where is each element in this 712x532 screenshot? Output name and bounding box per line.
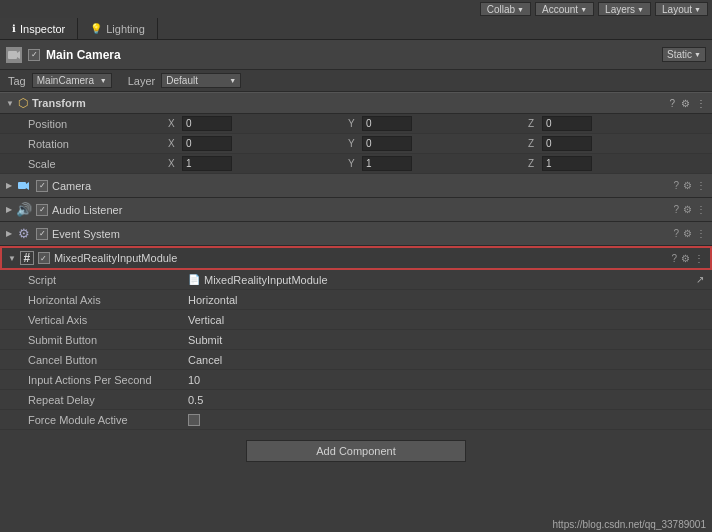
tag-dropdown[interactable]: MainCamera ▼	[32, 73, 112, 88]
add-component-button[interactable]: Add Component	[246, 440, 466, 462]
layout-chevron-icon: ▼	[694, 6, 701, 13]
audio-menu-icon[interactable]: ⋮	[696, 204, 706, 215]
layer-label: Layer	[128, 75, 156, 87]
position-label: Position	[28, 118, 168, 130]
layout-button[interactable]: Layout ▼	[655, 2, 708, 16]
camera-checkbox[interactable]	[36, 180, 48, 192]
add-component-section: Add Component	[0, 430, 712, 472]
tab-bar: ℹ Inspector 💡 Lighting	[0, 18, 712, 40]
rotation-x-input[interactable]	[182, 136, 232, 151]
mixed-reality-row: ▼ # MixedRealityInputModule ? ⚙ ⋮	[0, 246, 712, 270]
layers-chevron-icon: ▼	[637, 6, 644, 13]
event-checkbox[interactable]	[36, 228, 48, 240]
mixed-reality-help-icon[interactable]: ?	[671, 253, 677, 264]
camera-menu-icon[interactable]: ⋮	[696, 180, 706, 191]
tab-lighting[interactable]: 💡 Lighting	[78, 18, 158, 39]
mixed-reality-settings-icon[interactable]: ⚙	[681, 253, 690, 264]
svg-rect-0	[8, 51, 17, 59]
event-menu-icon[interactable]: ⋮	[696, 228, 706, 239]
scale-y-input[interactable]	[362, 156, 412, 171]
tag-layer-row: Tag MainCamera ▼ Layer Default ▼	[0, 70, 712, 92]
mixed-reality-checkbox[interactable]	[38, 252, 50, 264]
audio-comp-icon: 🔊	[16, 202, 32, 218]
mixed-reality-arrow-icon[interactable]: ▼	[8, 254, 16, 263]
scale-x-label: X	[168, 158, 180, 169]
position-z-label: Z	[528, 118, 540, 129]
scale-x-input[interactable]	[182, 156, 232, 171]
script-label: Script	[28, 274, 188, 286]
top-bar: Collab ▼ Account ▼ Layers ▼ Layout ▼	[0, 0, 712, 18]
submit-button-value: Submit	[188, 334, 222, 346]
horizontal-axis-label: Horizontal Axis	[28, 294, 188, 306]
input-actions-row: Input Actions Per Second 10	[0, 370, 712, 390]
event-system-row: ▶ ⚙ Event System ? ⚙ ⋮	[0, 222, 712, 246]
position-x-label: X	[168, 118, 180, 129]
object-enable-checkbox[interactable]	[28, 49, 40, 61]
cancel-button-label: Cancel Button	[28, 354, 188, 366]
layers-button[interactable]: Layers ▼	[598, 2, 651, 16]
rotation-z-input[interactable]	[542, 136, 592, 151]
position-z-input[interactable]	[542, 116, 592, 131]
object-header: Main Camera Static ▼	[0, 40, 712, 70]
svg-marker-1	[17, 51, 20, 59]
scale-z-input[interactable]	[542, 156, 592, 171]
position-x-input[interactable]	[182, 116, 232, 131]
collab-button[interactable]: Collab ▼	[480, 2, 531, 16]
audio-comp-name: Audio Listener	[52, 204, 669, 216]
camera-arrow-icon[interactable]: ▶	[6, 181, 12, 190]
camera-settings-icon[interactable]: ⚙	[683, 180, 692, 191]
transform-help-icon[interactable]: ?	[669, 98, 675, 109]
transform-section-header: ▼ ⬡ Transform ? ⚙ ⋮	[0, 92, 712, 114]
svg-rect-2	[18, 182, 26, 189]
static-chevron-icon: ▼	[694, 51, 701, 58]
force-module-row: Force Module Active	[0, 410, 712, 430]
lighting-icon: 💡	[90, 23, 102, 34]
collab-chevron-icon: ▼	[517, 6, 524, 13]
repeat-delay-value: 0.5	[188, 394, 203, 406]
cancel-button-row: Cancel Button Cancel	[0, 350, 712, 370]
rotation-x-label: X	[168, 138, 180, 149]
script-row: Script 📄 MixedRealityInputModule ↗	[0, 270, 712, 290]
event-settings-icon[interactable]: ⚙	[683, 228, 692, 239]
layer-dropdown[interactable]: Default ▼	[161, 73, 241, 88]
event-help-icon[interactable]: ?	[673, 228, 679, 239]
rotation-y-label: Y	[348, 138, 360, 149]
position-y-label: Y	[348, 118, 360, 129]
static-badge[interactable]: Static ▼	[662, 47, 706, 62]
transform-menu-icon[interactable]: ⋮	[696, 98, 706, 109]
mixed-reality-menu-icon[interactable]: ⋮	[694, 253, 704, 264]
inspector-panel: Main Camera Static ▼ Tag MainCamera ▼ La…	[0, 40, 712, 532]
camera-help-icon[interactable]: ?	[673, 180, 679, 191]
event-arrow-icon[interactable]: ▶	[6, 229, 12, 238]
horizontal-axis-value: Horizontal	[188, 294, 238, 306]
input-actions-value: 10	[188, 374, 200, 386]
camera-comp-name: Camera	[52, 180, 669, 192]
transform-settings-icon[interactable]: ⚙	[681, 98, 690, 109]
script-value: 📄 MixedRealityInputModule	[188, 274, 328, 286]
event-comp-icon: ⚙	[16, 226, 32, 242]
script-props-section: Script 📄 MixedRealityInputModule ↗ Horiz…	[0, 270, 712, 430]
audio-arrow-icon[interactable]: ▶	[6, 205, 12, 214]
rotation-y-input[interactable]	[362, 136, 412, 151]
audio-settings-icon[interactable]: ⚙	[683, 204, 692, 215]
audio-help-icon[interactable]: ?	[673, 204, 679, 215]
cancel-button-value: Cancel	[188, 354, 222, 366]
event-comp-name: Event System	[52, 228, 669, 240]
scale-y-label: Y	[348, 158, 360, 169]
vertical-axis-row: Vertical Axis Vertical	[0, 310, 712, 330]
position-y-input[interactable]	[362, 116, 412, 131]
tab-inspector[interactable]: ℹ Inspector	[0, 18, 78, 39]
rotation-row: Rotation X Y Z	[0, 134, 712, 154]
account-button[interactable]: Account ▼	[535, 2, 594, 16]
transform-arrow-icon[interactable]: ▼	[6, 99, 14, 108]
position-row: Position X Y Z	[0, 114, 712, 134]
audio-checkbox[interactable]	[36, 204, 48, 216]
script-link-icon[interactable]: ↗	[696, 274, 704, 285]
force-module-checkbox[interactable]	[188, 414, 200, 426]
tag-chevron-icon: ▼	[100, 77, 107, 84]
object-name: Main Camera	[46, 48, 656, 62]
scale-row: Scale X Y Z	[0, 154, 712, 174]
svg-marker-3	[26, 182, 29, 190]
rotation-label: Rotation	[28, 138, 168, 150]
inspector-icon: ℹ	[12, 23, 16, 34]
